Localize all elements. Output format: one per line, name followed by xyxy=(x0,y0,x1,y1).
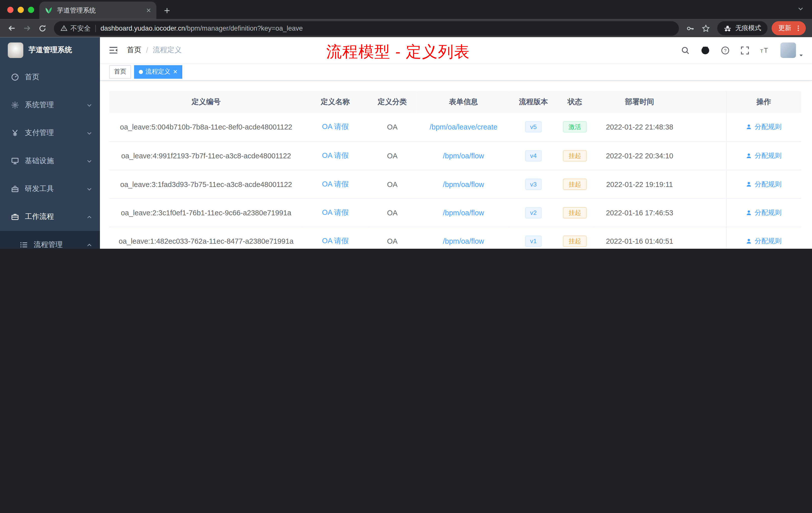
tag-home[interactable]: 首页 xyxy=(109,65,131,79)
sidebar-toggle-button[interactable] xyxy=(108,45,118,55)
tab-close-icon[interactable] xyxy=(146,8,151,13)
assign-rule-link[interactable]: 分配规则 xyxy=(746,179,782,189)
github-link[interactable] xyxy=(701,46,710,55)
cell-filler xyxy=(686,113,726,141)
cell-filler xyxy=(686,227,726,249)
assign-rule-link[interactable]: 分配规则 xyxy=(746,151,782,160)
assign-rule-link[interactable]: 分配规则 xyxy=(746,122,782,131)
status-badge: 挂起 xyxy=(563,207,587,218)
sidebar: 芋道管理系统 首页 系统管理 xyxy=(0,37,100,249)
caret-down-icon xyxy=(799,53,804,58)
screen: 芋道管理系统 xyxy=(0,0,812,249)
security-indicator[interactable]: 不安全 xyxy=(60,24,91,33)
reload-button[interactable] xyxy=(35,21,50,36)
cell-definition-name: OA 请假 xyxy=(303,113,368,141)
sidebar-item-label: 研发工具 xyxy=(25,184,54,193)
assign-rule-label: 分配规则 xyxy=(755,236,782,246)
sidebar-item-label: 支付管理 xyxy=(25,128,54,138)
cell-version: v1 xyxy=(510,227,557,249)
tag-process-definition[interactable]: 流程定义 xyxy=(134,65,182,79)
workflow-submenu: 流程管理 流程表单 用户分组 xyxy=(0,231,100,249)
sidebar-item-process-management[interactable]: 流程管理 xyxy=(0,231,100,249)
svg-text:?: ? xyxy=(724,48,726,53)
cell-form-info: /bpm/oa/flow xyxy=(417,141,510,170)
search-button[interactable] xyxy=(681,46,690,55)
main-area: 首页 / 流程定义 流程模型 - 定义列表 xyxy=(100,37,812,249)
definition-name-link[interactable]: OA 请假 xyxy=(322,208,348,216)
gear-icon xyxy=(11,101,19,109)
plus-icon xyxy=(164,7,170,14)
window-zoom-button[interactable] xyxy=(28,7,34,13)
help-button[interactable]: ? xyxy=(721,46,730,55)
status-badge: 激活 xyxy=(563,121,587,132)
new-tab-button[interactable] xyxy=(160,3,174,18)
cell-status: 挂起 xyxy=(557,227,593,249)
form-info-link[interactable]: /bpm/oa/flow xyxy=(443,151,484,160)
table-row: oa_leave:4:991f2193-7b7f-11ec-a3c8-acde4… xyxy=(109,141,801,170)
cell-form-info: /bpm/oa/flow xyxy=(417,170,510,198)
form-info-link[interactable]: /bpm/oa/flow xyxy=(443,180,484,188)
definition-name-link[interactable]: OA 请假 xyxy=(322,236,348,245)
briefcase-icon xyxy=(11,213,19,221)
cell-operations: 分配规则 xyxy=(726,198,801,227)
navbar-actions: ? T T xyxy=(681,42,804,58)
form-info-link[interactable]: /bpm/oa/flow xyxy=(443,208,484,217)
monitor-icon xyxy=(11,157,19,165)
browser-tab[interactable]: 芋道管理系统 xyxy=(39,1,156,19)
cell-category: OA xyxy=(368,198,417,227)
cell-filler xyxy=(686,170,726,198)
sidebar-item-workflow[interactable]: 工作流程 xyxy=(0,203,100,231)
cell-filler xyxy=(686,198,726,227)
bookmark-star-icon[interactable] xyxy=(698,21,713,36)
toolbox-icon xyxy=(11,185,19,193)
form-info-link[interactable]: /bpm/oa/leave/create xyxy=(430,123,497,131)
definition-name-link[interactable]: OA 请假 xyxy=(322,151,348,159)
definition-name-link[interactable]: OA 请假 xyxy=(322,179,348,188)
person-icon xyxy=(746,238,752,244)
top-navbar: 首页 / 流程定义 流程模型 - 定义列表 xyxy=(100,37,812,63)
chevron-down-icon xyxy=(86,158,92,164)
font-size-button[interactable]: T T xyxy=(760,46,770,55)
breadcrumb-home[interactable]: 首页 xyxy=(127,46,141,55)
update-button[interactable]: 更新 xyxy=(772,21,806,35)
col-status: 状态 xyxy=(557,91,593,113)
app-logo-row[interactable]: 芋道管理系统 xyxy=(0,37,100,63)
window-minimize-button[interactable] xyxy=(18,7,24,13)
person-icon xyxy=(746,152,752,159)
fullscreen-button[interactable] xyxy=(741,46,749,55)
cell-definition-name: OA 请假 xyxy=(303,198,368,227)
cell-definition-id: oa_leave:3:1fad3d93-7b75-11ec-a3c8-acde4… xyxy=(109,170,303,198)
more-vert-icon[interactable] xyxy=(795,25,802,32)
page-content: 定义编号 定义名称 定义分类 表单信息 流程版本 状态 部署时间 操作 xyxy=(100,81,812,249)
forward-button[interactable] xyxy=(20,21,34,36)
password-key-icon[interactable] xyxy=(683,21,697,36)
window-close-button[interactable] xyxy=(7,7,13,13)
url-text: dashboard.yudao.iocoder.cn/bpm/manager/d… xyxy=(100,24,303,32)
tab-search-button[interactable] xyxy=(798,5,804,14)
cell-form-info: /bpm/oa/flow xyxy=(417,198,510,227)
col-form-info: 表单信息 xyxy=(417,91,510,113)
address-bar[interactable]: 不安全 dashboard.yudao.iocoder.cn/bpm/manag… xyxy=(54,21,679,36)
tag-close-icon[interactable] xyxy=(173,69,178,74)
assign-rule-link[interactable]: 分配规则 xyxy=(746,208,782,217)
definition-name-link[interactable]: OA 请假 xyxy=(322,122,348,130)
table-row: oa_leave:1:482ec033-762a-11ec-8477-a2380… xyxy=(109,227,801,249)
sidebar-item-system-management[interactable]: 系统管理 xyxy=(0,91,100,119)
assign-rule-label: 分配规则 xyxy=(755,179,782,189)
browser-tab-strip: 芋道管理系统 xyxy=(0,0,812,19)
sidebar-item-dev-tools[interactable]: 研发工具 xyxy=(0,175,100,203)
back-button[interactable] xyxy=(4,21,19,36)
status-badge: 挂起 xyxy=(563,150,587,161)
hamburger-icon xyxy=(108,45,118,55)
form-info-link[interactable]: /bpm/oa/flow xyxy=(443,237,484,245)
cell-status: 挂起 xyxy=(557,198,593,227)
person-icon xyxy=(746,181,752,187)
sidebar-item-payment-management[interactable]: 支付管理 xyxy=(0,119,100,147)
sidebar-item-infrastructure[interactable]: 基础设施 xyxy=(0,147,100,175)
person-icon xyxy=(746,209,752,216)
sidebar-item-home[interactable]: 首页 xyxy=(0,63,100,91)
assign-rule-link[interactable]: 分配规则 xyxy=(746,236,782,246)
cell-form-info: /bpm/oa/flow xyxy=(417,227,510,249)
table-row: oa_leave:5:004b710b-7b8a-11ec-8ef0-acde4… xyxy=(109,113,801,141)
avatar-dropdown[interactable] xyxy=(780,42,804,58)
